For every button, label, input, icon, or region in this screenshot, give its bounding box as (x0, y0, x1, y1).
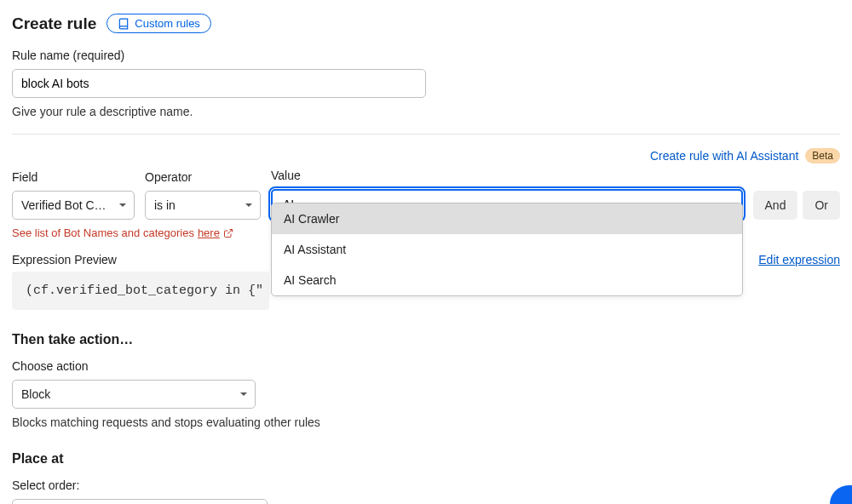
action-select-value: Block (21, 387, 50, 401)
beta-badge: Beta (805, 148, 840, 163)
custom-rules-label: Custom rules (135, 17, 200, 30)
chevron-down-icon (239, 387, 248, 401)
or-button[interactable]: Or (803, 191, 840, 220)
placement-heading: Place at (12, 451, 840, 467)
and-button[interactable]: And (753, 191, 798, 220)
dropdown-option-ai-assistant[interactable]: AI Assistant (272, 234, 742, 265)
value-dropdown: AI Crawler AI Assistant AI Search (271, 203, 743, 296)
action-helper: Blocks matching requests and stops evalu… (12, 415, 840, 429)
action-heading: Then take action… (12, 332, 840, 347)
rule-name-input[interactable] (12, 69, 426, 98)
bot-names-prefix: See list of Bot Names and categories (12, 226, 194, 239)
svg-line-0 (227, 229, 233, 234)
operator-column-label: Operator (145, 170, 261, 184)
divider (12, 134, 840, 135)
book-icon (118, 18, 130, 30)
external-link-icon (223, 228, 233, 238)
dropdown-option-ai-crawler[interactable]: AI Crawler (272, 203, 742, 234)
dropdown-option-ai-search[interactable]: AI Search (272, 265, 742, 295)
action-select[interactable]: Block (12, 380, 256, 409)
expression-preview-label: Expression Preview (12, 253, 117, 266)
chevron-down-icon (245, 198, 253, 212)
value-column-label: Value (271, 169, 743, 182)
field-select[interactable]: Verified Bot C… (12, 191, 135, 220)
expression-preview-box: (cf.verified_bot_category in {" (12, 272, 269, 310)
rule-name-label: Rule name (required) (12, 49, 840, 62)
custom-rules-badge[interactable]: Custom rules (106, 14, 211, 33)
field-column-label: Field (12, 170, 135, 184)
operator-select-value: is in (154, 198, 176, 212)
choose-action-label: Choose action (12, 359, 840, 373)
rule-name-helper: Give your rule a descriptive name. (12, 105, 840, 118)
order-select[interactable]: First (12, 499, 268, 504)
page-title: Create rule (12, 14, 96, 33)
ai-assistant-link[interactable]: Create rule with AI Assistant (650, 149, 798, 163)
field-select-value: Verified Bot C… (21, 198, 106, 212)
operator-select[interactable]: is in (145, 191, 261, 220)
bot-names-here-link[interactable]: here (198, 226, 220, 239)
chevron-down-icon (118, 198, 127, 212)
select-order-label: Select order: (12, 478, 840, 492)
edit-expression-link[interactable]: Edit expression (758, 253, 840, 266)
